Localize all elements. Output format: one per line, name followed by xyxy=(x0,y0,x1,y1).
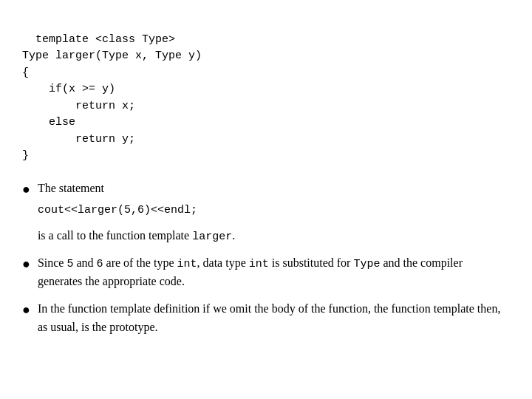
code-line-2: Type larger(Type x, Type y) xyxy=(22,50,202,62)
bullet1-para: is a call to the function template large… xyxy=(38,229,235,242)
bullet1-para-end: . xyxy=(232,229,235,242)
bullet2-type-text: are of the type xyxy=(103,256,177,269)
cout-line: cout<<larger(5,6)<<endl; xyxy=(38,202,510,219)
code-line-4: if(x >= y) xyxy=(22,83,115,95)
code-line-6: else xyxy=(22,116,75,129)
bullet2-substituted: is substituted for xyxy=(269,256,354,269)
bullet-content-1: The statement cout<<larger(5,6)<<endl; i… xyxy=(38,180,510,245)
bullet2-data-type: , data type xyxy=(197,256,249,269)
bullet-dot-2: ● xyxy=(22,254,30,274)
bullet2-six: 6 xyxy=(97,258,103,270)
bullet-content-3: In the function template definition if w… xyxy=(38,300,510,337)
code-block: template <class Type> Type larger(Type x… xyxy=(22,15,510,165)
code-line-5: return x; xyxy=(22,100,135,112)
bullet2-int1: int xyxy=(177,258,197,270)
bullet-dot-3: ● xyxy=(22,300,30,320)
bullet2-since: Since xyxy=(38,256,67,269)
bullet3-text: In the function template definition if w… xyxy=(38,302,501,333)
bullet2-int2: int xyxy=(249,258,269,270)
code-line-8: } xyxy=(22,149,29,162)
bullet-item-3: ● In the function template definition if… xyxy=(22,300,510,337)
bullet-item-2: ● Since 5 and 6 are of the type int, dat… xyxy=(22,254,510,291)
code-line-7: return y; xyxy=(22,133,135,146)
bullet1-text: The statement xyxy=(38,182,104,194)
code-line-1: template <class Type> xyxy=(35,33,175,46)
bullet-item-1: ● The statement cout<<larger(5,6)<<endl;… xyxy=(22,180,510,245)
larger-inline: larger xyxy=(192,231,232,243)
bullet1-para-before: is a call to the function template xyxy=(38,229,192,242)
bullet-list: ● The statement cout<<larger(5,6)<<endl;… xyxy=(22,180,510,337)
bullet-dot-1: ● xyxy=(22,180,30,200)
code-line-3: { xyxy=(22,66,29,79)
bullet2-Type: Type xyxy=(353,258,380,270)
bullet-content-2: Since 5 and 6 are of the type int, data … xyxy=(38,254,510,291)
bullet2-and: and xyxy=(73,256,96,269)
bullet2-para: Since 5 and 6 are of the type int, data … xyxy=(38,256,463,287)
